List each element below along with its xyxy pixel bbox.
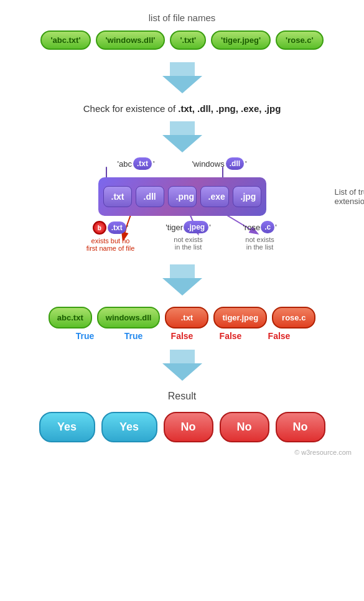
bool-value: True (63, 331, 107, 341)
page-title: list of file names (149, 12, 216, 23)
verdict-exists-no-first: exists but nofirst name of file (86, 237, 135, 252)
input-file-pill: 'windows.dll' (96, 30, 166, 50)
result-file-pill: .txt (165, 307, 208, 328)
final-result-button: Yes (39, 412, 95, 442)
input-file-pill: 'tiger.jpeg' (211, 30, 271, 50)
result-label: Result (168, 391, 196, 402)
check-text: Check for existence of .txt, .dll, .png,… (83, 103, 281, 114)
ext-dll: .dll (136, 186, 164, 207)
input-files-row: 'abc.txt''windows.dll''.txt''tiger.jpeg'… (40, 30, 323, 50)
verdict-not-exists-rose: not existsin the list (245, 236, 274, 251)
arrow-1 (162, 62, 202, 93)
no-match-txt: b .txt' exists but nofirst name of file (77, 221, 145, 252)
no-match-tiger: 'tiger.jpeg' not existsin the list (157, 221, 220, 251)
input-file-pill: '.txt' (170, 30, 206, 50)
final-result-button: Yes (101, 412, 157, 442)
arrow-4 (162, 350, 202, 381)
connector-area: 'abc.txt' 'windows.dll' (33, 157, 332, 252)
final-result-button: No (276, 412, 325, 442)
bool-value: False (258, 331, 301, 341)
result-file-pill: rose.c (272, 307, 315, 328)
input-file-pill: 'rose.c' (276, 30, 323, 50)
bool-value: False (161, 331, 204, 341)
verdict-not-exists-tiger: not existsin the list (174, 236, 202, 251)
matched-file-abc: 'abc.txt' (117, 157, 154, 172)
result-files-row: abc.txtwindows.dll.txttiger.jpegrose.c (49, 307, 315, 328)
ext-exe: .exe (200, 186, 229, 207)
result-file-pill: tiger.jpeg (213, 307, 267, 328)
arrow-2 (162, 121, 202, 152)
matched-file-windows: 'windows.dll' (192, 157, 246, 172)
ext-jpg: .jpg (233, 186, 261, 207)
input-file-pill: 'abc.txt' (40, 30, 90, 50)
red-circle: b (93, 221, 106, 235)
ext-list-label: List of trueextension of file (335, 187, 365, 206)
bool-row: TrueTrueFalseFalseFalse (63, 331, 301, 341)
result-file-pill: windows.dll (97, 307, 161, 328)
bool-value: False (209, 331, 253, 341)
final-result-button: No (164, 412, 213, 442)
watermark: © w3resource.com (294, 449, 358, 456)
ext-png: .png (168, 186, 197, 207)
no-match-rose: 'rose.c' not existsin the list (232, 221, 288, 251)
arrow-3 (162, 264, 202, 296)
result-file-pill: abc.txt (49, 307, 92, 328)
ext-box: .txt .dll .png .exe .jpg (98, 177, 266, 216)
final-result-button: No (220, 412, 269, 442)
final-results-row: YesYesNoNoNo (39, 412, 325, 442)
bool-value: True (112, 331, 156, 341)
ext-txt: .txt (103, 186, 132, 207)
